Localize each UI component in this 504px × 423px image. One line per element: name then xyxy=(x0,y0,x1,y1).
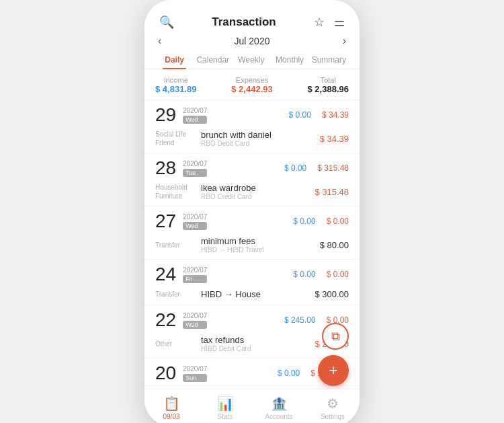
day-tag: Sun xyxy=(183,374,207,382)
tab-summary[interactable]: Summary xyxy=(309,51,349,69)
tx-info: HIBD → House xyxy=(201,289,309,299)
day-date: 2020/07 xyxy=(183,312,207,319)
tx-info: tax refunds HIBD Debit Card xyxy=(201,335,309,352)
day-number: 24 xyxy=(155,265,176,284)
next-month-button[interactable]: › xyxy=(343,35,346,47)
tx-category: HouseholdFurniture xyxy=(155,183,196,200)
day-amounts: $ 0.00 $ 0.00 xyxy=(293,270,349,279)
nav-icon: 📊 xyxy=(217,395,234,412)
tx-sub: HIBD Debit Card xyxy=(201,345,309,352)
tx-name: minimum fees xyxy=(201,236,314,246)
day-expense: $ 0.00 xyxy=(327,217,349,226)
day-header: 27 2020/07 Wed $ 0.00 $ 0.00 xyxy=(144,206,360,233)
nav-label: Settings xyxy=(321,413,345,420)
nav-label: 09/03 xyxy=(163,413,179,420)
day-meta: 2020/07 Sun xyxy=(183,365,207,382)
expense-summary: Expenses $ 2,442.93 xyxy=(231,76,272,94)
tx-info: minimum fees HIBD → HIBD Travel xyxy=(201,236,314,254)
income-label: Income xyxy=(155,76,196,84)
nav-icon: 🏦 xyxy=(271,395,288,412)
tab-monthly[interactable]: Monthly xyxy=(271,51,309,69)
nav-label: Stats xyxy=(218,413,233,420)
day-group: 24 2020/07 Fri $ 0.00 $ 0.00 Transfer HI… xyxy=(144,260,360,305)
day-number: 27 xyxy=(155,212,176,231)
day-header: 28 2020/07 Tue $ 0.00 $ 315.48 xyxy=(144,153,360,180)
tab-weekly[interactable]: Weekly xyxy=(232,51,270,69)
tx-name: brunch with daniel xyxy=(201,130,314,140)
day-tag: Wed xyxy=(183,321,207,329)
tx-category: Other xyxy=(155,340,196,348)
day-number: 20 xyxy=(155,364,176,383)
day-expense: $ 34.39 xyxy=(322,110,349,120)
status-bar xyxy=(144,0,360,8)
day-income: $ 0.00 xyxy=(293,217,315,226)
day-income: $ 0.00 xyxy=(278,369,300,378)
copy-icon: ⧉ xyxy=(331,330,340,344)
table-row[interactable]: Transfer HIBD → House $ 300.00 xyxy=(144,286,360,305)
day-amounts: $ 0.00 $ 0.00 xyxy=(293,217,349,226)
day-expense: $ 315.48 xyxy=(317,163,349,173)
header-actions: ☆ ⚌ xyxy=(312,13,346,31)
income-summary: Income $ 4,831.89 xyxy=(155,76,196,94)
tx-category: Social LifeFriend xyxy=(155,130,196,147)
tab-calendar[interactable]: Calendar xyxy=(194,51,232,69)
favorite-button[interactable]: ☆ xyxy=(312,13,326,31)
day-header: 24 2020/07 Fri $ 0.00 $ 0.00 xyxy=(144,260,360,286)
tab-daily[interactable]: Daily xyxy=(155,51,194,69)
tx-amount: $ 315.48 xyxy=(314,187,349,197)
day-number: 28 xyxy=(155,159,176,178)
day-meta: 2020/07 Fri xyxy=(183,266,207,283)
tx-name: HIBD → House xyxy=(201,289,309,299)
summary-row: Income $ 4,831.89 Expenses $ 2,442.93 To… xyxy=(144,69,360,100)
day-number: 29 xyxy=(155,106,176,124)
nav-label: Accounts xyxy=(265,413,292,420)
tx-sub: RBO Debit Card xyxy=(201,140,314,147)
table-row[interactable]: Transfer minimum fees HIBD → HIBD Travel… xyxy=(144,233,360,259)
tx-info: ikea wardrobe RBO Credit Card xyxy=(201,183,309,200)
tx-name: tax refunds xyxy=(201,335,309,345)
day-date: 2020/07 xyxy=(183,160,207,167)
day-income: $ 0.00 xyxy=(289,110,311,120)
search-icon: 🔍 xyxy=(159,15,174,29)
day-date: 2020/07 xyxy=(183,266,207,274)
nav-item-09/03[interactable]: 📋 09/03 xyxy=(144,395,198,420)
add-fab-button[interactable]: + xyxy=(318,355,349,386)
bottom-nav: 📋 09/03 📊 Stats 🏦 Accounts ⚙ Settings xyxy=(144,389,360,423)
month-nav: ‹ Jul 2020 › xyxy=(144,34,360,51)
day-amounts: $ 0.00 $ 34.39 xyxy=(289,110,349,120)
nav-item-accounts[interactable]: 🏦 Accounts xyxy=(252,395,306,420)
expense-value: $ 2,442.93 xyxy=(231,84,272,94)
filter-button[interactable]: ⚌ xyxy=(333,13,346,31)
add-icon: + xyxy=(329,362,338,379)
day-date: 2020/07 xyxy=(183,365,207,373)
tabs-bar: Daily Calendar Weekly Monthly Summary xyxy=(144,51,360,69)
table-row[interactable]: HouseholdFurniture ikea wardrobe RBO Cre… xyxy=(144,180,360,206)
income-value: $ 4,831.89 xyxy=(155,84,196,94)
day-amounts: $ 0.00 $ 315.48 xyxy=(284,163,349,173)
day-date: 2020/07 xyxy=(183,107,207,114)
total-value: $ 2,388.96 xyxy=(308,84,349,94)
copy-fab-button[interactable]: ⧉ xyxy=(322,323,349,350)
nav-item-settings[interactable]: ⚙ Settings xyxy=(306,395,360,420)
day-number: 22 xyxy=(155,311,176,330)
tx-amount: $ 34.39 xyxy=(320,134,349,144)
tx-info: brunch with daniel RBO Debit Card xyxy=(201,130,314,147)
nav-icon: ⚙ xyxy=(327,395,339,412)
tx-category: Transfer xyxy=(155,290,196,299)
day-meta: 2020/07 Wed xyxy=(183,312,207,329)
nav-item-stats[interactable]: 📊 Stats xyxy=(198,395,252,420)
table-row[interactable]: Social LifeFriend brunch with daniel RBO… xyxy=(144,127,360,153)
prev-month-button[interactable]: ‹ xyxy=(158,35,161,47)
day-meta: 2020/07 Tue xyxy=(183,160,207,177)
day-meta: 2020/07 Wed xyxy=(183,107,207,124)
page-title: Transaction xyxy=(212,15,276,29)
day-group: 29 2020/07 Wed $ 0.00 $ 34.39 Social Lif… xyxy=(144,100,360,153)
search-button[interactable]: 🔍 xyxy=(158,13,175,31)
day-date: 2020/07 xyxy=(183,213,207,221)
day-tag: Wed xyxy=(183,116,207,124)
phone-frame: 🔍 Transaction ☆ ⚌ ‹ Jul 2020 › Daily Cal… xyxy=(144,0,360,423)
day-tag: Wed xyxy=(183,222,207,230)
tx-name: ikea wardrobe xyxy=(201,183,309,193)
day-meta: 2020/07 Wed xyxy=(183,213,207,230)
day-header: 29 2020/07 Wed $ 0.00 $ 34.39 xyxy=(144,100,360,127)
